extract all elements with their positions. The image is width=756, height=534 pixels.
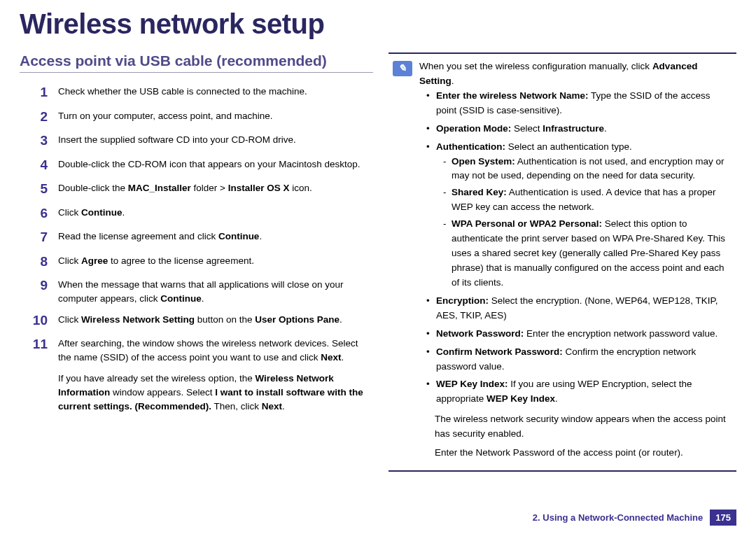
step-number: 5 — [20, 179, 48, 199]
note-box: ✎ When you set the wireless configuratio… — [388, 52, 736, 472]
bullet-item: WEP Key Index: If you are using WEP Encr… — [426, 377, 732, 407]
bullet-item: Encryption: Select the encryption. (None… — [426, 294, 732, 323]
steps-list: 1Check whether the USB cable is connecte… — [20, 83, 373, 365]
step: 3Insert the supplied software CD into yo… — [20, 131, 373, 151]
step-11-tail: If you have already set the wireless opt… — [20, 370, 373, 414]
bullet-item: Confirm Network Password: Confirm the en… — [426, 345, 732, 374]
step: 8Click Agree to agree to the license agr… — [20, 252, 373, 272]
step: 10Click Wireless Network Setting button … — [20, 311, 373, 331]
note-text: When you set the wireless configuration … — [419, 59, 732, 89]
section-heading: Access point via USB cable (recommended) — [20, 52, 373, 69]
note-tail: The wireless network security window app… — [419, 412, 732, 461]
step: 9When the message that warns that all ap… — [20, 276, 373, 307]
page-title: Wireless network setup — [20, 8, 736, 40]
step-number: 3 — [20, 131, 48, 151]
bullet-item: Operation Mode: Select Infrastructure. — [426, 122, 732, 136]
dash-item: Shared Key: Authentication is used. A de… — [436, 185, 732, 215]
step-body: Check whether the USB cable is connected… — [58, 83, 373, 99]
step: 1Check whether the USB cable is connecte… — [20, 83, 373, 103]
step: 4Double-click the CD-ROM icon that appea… — [20, 155, 373, 176]
step-number: 9 — [20, 276, 48, 296]
dash-item: Open System: Authentication is not used,… — [436, 155, 732, 184]
tail-paragraph: The wireless network security window app… — [435, 412, 732, 442]
step: 5Double-click the MAC_Installer folder >… — [20, 179, 373, 199]
step: 11After searching, the window shows the … — [20, 335, 373, 365]
step-number: 7 — [20, 227, 48, 248]
page-footer: 2. Using a Network-Connected Machine 175 — [533, 510, 736, 526]
step-body: Double-click the MAC_Installer folder > … — [58, 179, 373, 195]
step: 2Turn on your computer, access point, an… — [20, 107, 373, 127]
advanced-settings-list: Enter the wireless Network Name: Type th… — [419, 89, 732, 407]
left-column: Access point via USB cable (recommended)… — [20, 52, 373, 479]
bullet-item: Network Password: Enter the encryption n… — [426, 327, 732, 342]
tail-paragraph: Enter the Network Password of the access… — [435, 446, 732, 461]
footer-text: 2. Using a Network-Connected Machine — [533, 512, 703, 523]
step: 6Click Continue. — [20, 204, 373, 224]
note-icon: ✎ — [393, 61, 412, 76]
step-number: 1 — [20, 83, 48, 103]
step-body: Turn on your computer, access point, and… — [58, 107, 373, 123]
bullet-item: Authentication: Select an authentication… — [426, 140, 732, 290]
step-body: When the message that warns that all app… — [58, 276, 373, 307]
step-number: 11 — [20, 335, 48, 355]
step-body: After searching, the window shows the wi… — [58, 335, 373, 365]
step-number: 8 — [20, 252, 48, 272]
page-number: 175 — [710, 510, 736, 526]
step-body: Double-click the CD-ROM icon that appear… — [58, 155, 373, 171]
step: 7Read the license agreement and click Co… — [20, 227, 373, 248]
right-column: ✎ When you set the wireless configuratio… — [388, 52, 736, 479]
step-number: 6 — [20, 204, 48, 224]
step-body: Insert the supplied software CD into you… — [58, 131, 373, 147]
dash-item: WPA Personal or WPA2 Personal: Select th… — [436, 217, 732, 290]
bullet-item: Enter the wireless Network Name: Type th… — [426, 89, 732, 118]
step-body: Read the license agreement and click Con… — [58, 227, 373, 244]
step-body: Click Wireless Network Setting button on… — [58, 311, 373, 327]
step-number: 4 — [20, 155, 48, 176]
step-number: 2 — [20, 107, 48, 127]
step-number: 10 — [20, 311, 48, 331]
section-rule — [20, 72, 373, 73]
step-body: Click Continue. — [58, 204, 373, 220]
step-body: Click Agree to agree to the license agre… — [58, 252, 373, 268]
content-columns: Access point via USB cable (recommended)… — [20, 52, 736, 479]
